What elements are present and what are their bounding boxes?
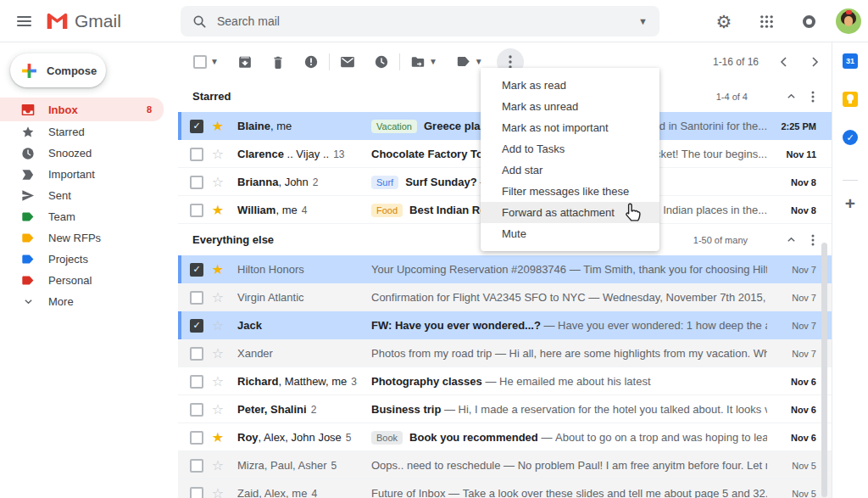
star-toggle[interactable]: ☆: [203, 459, 232, 473]
email-checkbox[interactable]: ✓: [190, 291, 203, 305]
email-row[interactable]: ✓☆XanderPhotos from my road trip — Hi al…: [178, 339, 832, 367]
email-sender: Hilton Honors: [237, 263, 371, 276]
hamburger-menu-icon[interactable]: [7, 4, 41, 38]
menu-item-add-to-tasks[interactable]: Add to Tasks: [481, 138, 659, 159]
section-collapse-icon[interactable]: [787, 235, 796, 244]
move-to-caret-icon[interactable]: ▼: [429, 57, 437, 66]
menu-item-mark-as-read[interactable]: Mark as read: [481, 75, 659, 96]
email-row[interactable]: ✓☆Peter, Shalini2Business trip — Hi, I m…: [178, 395, 832, 423]
menu-item-forward-as-attachment[interactable]: Forward as attachment: [481, 202, 659, 223]
email-row[interactable]: ✓★Hilton HonorsYour Upcoming Reservation…: [178, 255, 832, 283]
select-caret-icon[interactable]: ▼: [210, 57, 219, 66]
keep-icon[interactable]: [843, 92, 858, 107]
move-to-icon[interactable]: [410, 55, 426, 69]
labels-caret-icon[interactable]: ▼: [475, 57, 483, 66]
apps-grid-icon[interactable]: [751, 6, 782, 36]
email-date: 2:25 PM: [767, 121, 832, 131]
star-toggle[interactable]: ☆: [203, 375, 232, 389]
star-toggle[interactable]: ☆: [203, 319, 232, 333]
star-toggle[interactable]: ☆: [203, 403, 232, 417]
sidebar-item-personal[interactable]: Personal: [0, 270, 164, 291]
email-label-chip[interactable]: Surf: [371, 176, 398, 189]
prev-page-icon[interactable]: [779, 57, 789, 67]
sender-name-secondary: .. Vijay ..: [284, 148, 329, 160]
email-label-chip[interactable]: Vacation: [371, 120, 417, 133]
sidebar-item-snoozed[interactable]: Snoozed: [0, 143, 164, 164]
star-toggle[interactable]: ☆: [203, 487, 232, 498]
sidebar-item-new-rfps[interactable]: New RFPs: [0, 227, 164, 249]
search-input[interactable]: [217, 14, 638, 28]
email-row[interactable]: ✓☆Richard, Matthew, me3Photography class…: [178, 367, 832, 395]
email-snippet: About to go on a trop and was hoping to …: [555, 431, 767, 444]
menu-item-mark-as-not-important[interactable]: Mark as not important: [481, 117, 659, 138]
email-checkbox[interactable]: ✓: [190, 375, 203, 389]
email-row[interactable]: ✓☆Virgin AtlanticConfirmation for Flight…: [178, 283, 832, 311]
sidebar-item-projects[interactable]: Projects: [0, 249, 164, 270]
email-checkbox[interactable]: ✓: [190, 263, 203, 277]
email-checkbox[interactable]: ✓: [190, 204, 203, 217]
sender-name: Peter, Shalini: [237, 403, 307, 416]
email-snippet: Wednesday, November 7th 2015, San Fr...: [603, 291, 767, 304]
add-addon-icon[interactable]: +: [845, 194, 855, 212]
sender-name: Roy: [237, 431, 259, 444]
menu-item-mark-as-unread[interactable]: Mark as unread: [481, 96, 659, 117]
calendar-icon[interactable]: 31: [843, 53, 858, 69]
email-row[interactable]: ✓★Roy, Alex, John Jose5BookBook you reco…: [178, 423, 832, 451]
settings-icon[interactable]: ⚙: [709, 6, 739, 36]
sidebar-item-important[interactable]: Important: [0, 164, 164, 185]
compose-button[interactable]: Compose: [10, 53, 106, 87]
section-collapse-icon[interactable]: [787, 92, 796, 101]
sidebar-item-more[interactable]: More: [0, 291, 164, 312]
star-toggle[interactable]: ★: [203, 263, 232, 277]
user-avatar[interactable]: [836, 8, 861, 34]
search-options-caret-icon[interactable]: ▼: [638, 16, 648, 26]
email-checkbox[interactable]: ✓: [190, 148, 203, 161]
select-all-checkbox[interactable]: ✓: [193, 55, 207, 69]
email-row[interactable]: ✓☆JackFW: Have you ever wondered...? — H…: [178, 311, 832, 339]
email-row[interactable]: ✓☆Zaid, Alex, me4Future of Inbox — Take …: [178, 479, 832, 498]
sidebar-item-starred[interactable]: Starred: [0, 121, 164, 143]
sidebar-item-inbox[interactable]: Inbox8: [0, 98, 164, 121]
thread-count: 5: [331, 460, 337, 472]
support-icon[interactable]: [793, 6, 824, 36]
star-toggle[interactable]: ☆: [203, 176, 232, 189]
email-checkbox[interactable]: ✓: [190, 431, 203, 445]
email-checkbox[interactable]: ✓: [190, 487, 203, 498]
mark-read-icon[interactable]: [340, 56, 355, 68]
search-bar[interactable]: ▼: [181, 6, 659, 36]
email-checkbox[interactable]: ✓: [190, 176, 203, 189]
star-toggle[interactable]: ★: [203, 204, 232, 217]
email-checkbox[interactable]: ✓: [190, 459, 203, 473]
star-toggle[interactable]: ☆: [203, 291, 232, 305]
email-checkbox[interactable]: ✓: [190, 120, 203, 133]
menu-item-filter-messages-like-these[interactable]: Filter messages like these: [481, 181, 659, 202]
next-page-icon[interactable]: [810, 57, 820, 67]
section-more-icon[interactable]: [811, 234, 815, 246]
menu-item-add-star[interactable]: Add star: [481, 159, 659, 181]
star-toggle[interactable]: ☆: [203, 148, 232, 161]
labels-icon[interactable]: [456, 55, 471, 68]
email-checkbox[interactable]: ✓: [190, 403, 203, 417]
gmail-logo[interactable]: Gmail: [46, 11, 121, 31]
menu-item-mute[interactable]: Mute: [481, 223, 659, 244]
email-row[interactable]: ✓☆Mizra, Paul, Asher5Oops.. need to resc…: [178, 451, 832, 479]
star-toggle[interactable]: ★: [203, 431, 232, 445]
apps-rail: 31 ✓ +: [832, 42, 868, 498]
star-toggle[interactable]: ★: [203, 120, 232, 133]
sidebar-item-label: More: [48, 295, 74, 308]
sidebar-item-team[interactable]: Team: [0, 206, 164, 227]
report-spam-icon[interactable]: [303, 54, 319, 70]
email-label-chip[interactable]: Book: [371, 431, 403, 445]
archive-icon[interactable]: [237, 54, 253, 70]
delete-icon[interactable]: [271, 54, 285, 70]
list-scrollbar[interactable]: [821, 243, 827, 497]
search-icon[interactable]: [192, 14, 207, 29]
section-more-icon[interactable]: [811, 91, 815, 103]
email-checkbox[interactable]: ✓: [190, 319, 203, 333]
sidebar-item-sent[interactable]: Sent: [0, 185, 164, 206]
star-toggle[interactable]: ☆: [203, 347, 232, 361]
snooze-icon[interactable]: [374, 54, 389, 70]
tasks-icon[interactable]: ✓: [843, 130, 858, 145]
email-checkbox[interactable]: ✓: [190, 347, 203, 361]
email-label-chip[interactable]: Food: [371, 204, 403, 217]
